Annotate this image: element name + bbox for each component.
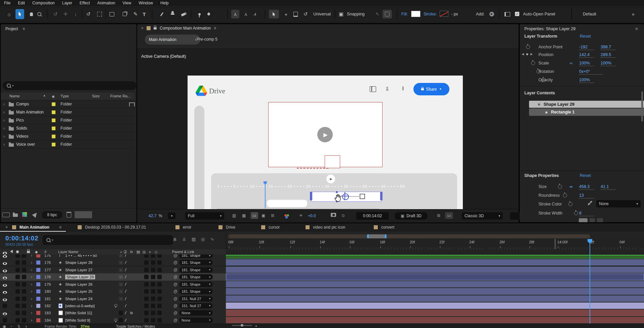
- shy-switch[interactable]: [114, 318, 117, 322]
- audio-column-icon[interactable]: [10, 250, 13, 253]
- universal-gizmo-select[interactable]: [269, 10, 279, 18]
- size-y-value[interactable]: 41.1: [600, 184, 616, 190]
- share-dropdown-caret[interactable]: ▼: [439, 88, 442, 91]
- roundness-stopwatch-icon[interactable]: [563, 193, 567, 197]
- label-swatch[interactable]: [52, 127, 55, 130]
- bit-depth-button[interactable]: 8 bpc: [42, 211, 63, 219]
- fx-switch[interactable]: fx: [130, 311, 133, 315]
- layer-row-184[interactable]: › 184 [White Solid 9] / @ None▾: [0, 317, 644, 324]
- puppet-pin-tool[interactable]: [195, 9, 204, 19]
- layer-contents-item-selected[interactable]: ★ Shape Layer 29: [529, 101, 644, 108]
- panel-icon[interactable]: [503, 9, 512, 19]
- menu-file[interactable]: File: [4, 1, 10, 5]
- shy-layers-icon[interactable]: ♙: [182, 237, 186, 242]
- layer-row-181[interactable]: › 181 ★ Shape Layer 24 ☼ / @ 151. Null 2…: [0, 295, 644, 302]
- motion-blur-icon[interactable]: ◎: [201, 237, 205, 242]
- size-unlink-icon[interactable]: ∞: [570, 184, 573, 189]
- current-timecode[interactable]: 0:00:14:02: [5, 235, 38, 242]
- adjustment-column-icon[interactable]: ◑: [149, 250, 151, 254]
- label-swatch[interactable]: [52, 143, 55, 146]
- collapse-switch[interactable]: ☼: [119, 296, 123, 301]
- label-swatch[interactable]: [36, 254, 40, 257]
- layer-bar[interactable]: [226, 281, 644, 287]
- parent-select[interactable]: 151. Null 27▾: [179, 296, 213, 301]
- size-x-value[interactable]: 458.3: [579, 184, 594, 190]
- comp-timecode[interactable]: 0:00:14:02: [356, 212, 389, 220]
- rotation-value[interactable]: 0x+0°: [579, 69, 603, 75]
- region-of-interest-icon[interactable]: ▭: [251, 212, 258, 219]
- clipped-segment-control[interactable]: [590, 218, 595, 222]
- expand-chevron-icon[interactable]: ›: [3, 142, 5, 147]
- layer-bar[interactable]: [226, 259, 644, 266]
- position-x-value[interactable]: 142.4: [579, 52, 594, 58]
- hand-tool[interactable]: [27, 9, 36, 19]
- layer-name[interactable]: 1 • • ... 45 • • • • 50: [65, 254, 97, 257]
- menu-view[interactable]: View: [123, 1, 131, 5]
- layer-row-178-selected[interactable]: › 178 ★ Shape Layer 29 ☼ / @ 181. Shape▾: [0, 273, 644, 281]
- layer-bar[interactable]: [226, 267, 644, 273]
- collapse-switch[interactable]: ☼: [119, 268, 123, 272]
- scale-y-value[interactable]: 100%: [600, 61, 616, 66]
- project-row-voice-over[interactable]: › Voice over Folder: [1, 140, 134, 149]
- guides-icon[interactable]: ⊞: [271, 213, 274, 218]
- share-button[interactable]: Share ▼: [413, 83, 449, 95]
- parent-pickwhip-icon[interactable]: @: [173, 275, 177, 279]
- graph-editor-icon[interactable]: ∿: [210, 237, 214, 242]
- type-tool[interactable]: T: [140, 9, 149, 19]
- motion-path-end-keyframe[interactable]: [360, 194, 365, 199]
- layer-name[interactable]: Shape Layer 29: [65, 275, 95, 279]
- stroke-width-value[interactable]: 8: [579, 211, 594, 216]
- stroke-width-label[interactable]: - px: [451, 10, 458, 18]
- layer-name[interactable]: [video-ui-0.webp]: [65, 304, 95, 308]
- quality-switch[interactable]: /: [125, 282, 126, 287]
- snapping-label[interactable]: Snapping: [347, 10, 365, 18]
- auto-open-label[interactable]: Auto-Open Panel: [523, 10, 555, 18]
- label-swatch[interactable]: [36, 318, 40, 322]
- layer-bar[interactable]: [226, 288, 644, 295]
- timeline-search-input[interactable]: ▾: [43, 235, 173, 245]
- parent-pickwhip-icon[interactable]: @: [173, 318, 177, 323]
- zoom-dropdown-caret[interactable]: ▾: [168, 213, 175, 219]
- parent-pickwhip-icon[interactable]: @: [173, 296, 177, 301]
- search-options-caret[interactable]: ▾: [12, 84, 14, 87]
- parent-select[interactable]: 181. Shape▾: [179, 274, 213, 280]
- snapshot-camera-icon[interactable]: [331, 213, 336, 217]
- parent-pickwhip-icon[interactable]: @: [173, 289, 177, 294]
- collapse-switch[interactable]: ☼: [119, 289, 123, 294]
- menu-composition[interactable]: Composition: [32, 1, 55, 5]
- fill-swatch[interactable]: [411, 11, 420, 18]
- workspace-overflow-icon[interactable]: »: [632, 10, 635, 18]
- tab-cursor[interactable]: cursor: [269, 225, 280, 230]
- shape-reset-link[interactable]: Reset: [580, 173, 591, 178]
- sort-ascending-icon[interactable]: ▲: [43, 94, 46, 97]
- snap-cursor-icon[interactable]: ↖: [373, 9, 382, 19]
- gizmo-mode-label[interactable]: Universal: [313, 10, 331, 18]
- label-swatch[interactable]: [36, 311, 40, 315]
- layer-name[interactable]: Shape Layer 28: [65, 261, 92, 265]
- tab-main-animation[interactable]: Main Animation: [19, 225, 49, 230]
- menu-edit[interactable]: Edit: [18, 1, 25, 5]
- prev-keyframe-icon[interactable]: ◀: [522, 52, 524, 56]
- pen-tool[interactable]: ✎: [131, 9, 140, 19]
- layer-bar[interactable]: [226, 295, 644, 302]
- stroke-label[interactable]: Stroke:: [424, 10, 437, 18]
- parent-pickwhip-icon[interactable]: @: [173, 303, 177, 308]
- collapse-switch[interactable]: ☼: [119, 282, 123, 286]
- parent-select[interactable]: 181. Shape▾: [179, 260, 213, 265]
- world-axis-mode[interactable]: Y: [241, 9, 250, 19]
- project-item-name[interactable]: Voice over: [16, 142, 35, 147]
- stroke-swatch[interactable]: [440, 11, 448, 18]
- layer-row-175[interactable]: › 175 T 1 • • ... 45 • • • • 50 ☼ / @ 18…: [0, 254, 644, 259]
- zoom-in-mountain-icon[interactable]: ▲: [255, 324, 257, 327]
- transparency-grid-icon[interactable]: ▦: [242, 213, 246, 218]
- quality-switch[interactable]: /: [125, 303, 126, 308]
- snapping-icon[interactable]: ▣: [337, 9, 346, 19]
- project-item-name[interactable]: Comps: [16, 102, 29, 106]
- layer-name[interactable]: Shape Layer 26: [65, 282, 92, 286]
- timeline-zoom-slider[interactable]: [232, 325, 252, 326]
- layer-bar[interactable]: [226, 317, 644, 323]
- feedback-icon[interactable]: [370, 86, 376, 92]
- project-item-name[interactable]: Videos: [16, 134, 28, 139]
- orbit-camera-tool[interactable]: ↺: [51, 9, 60, 19]
- visibility-eye-icon[interactable]: [3, 277, 7, 279]
